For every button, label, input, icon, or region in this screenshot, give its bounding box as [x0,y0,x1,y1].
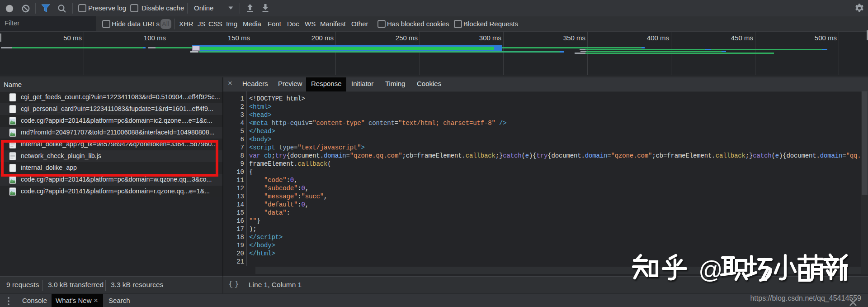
svg-text:@: @ [698,256,723,283]
